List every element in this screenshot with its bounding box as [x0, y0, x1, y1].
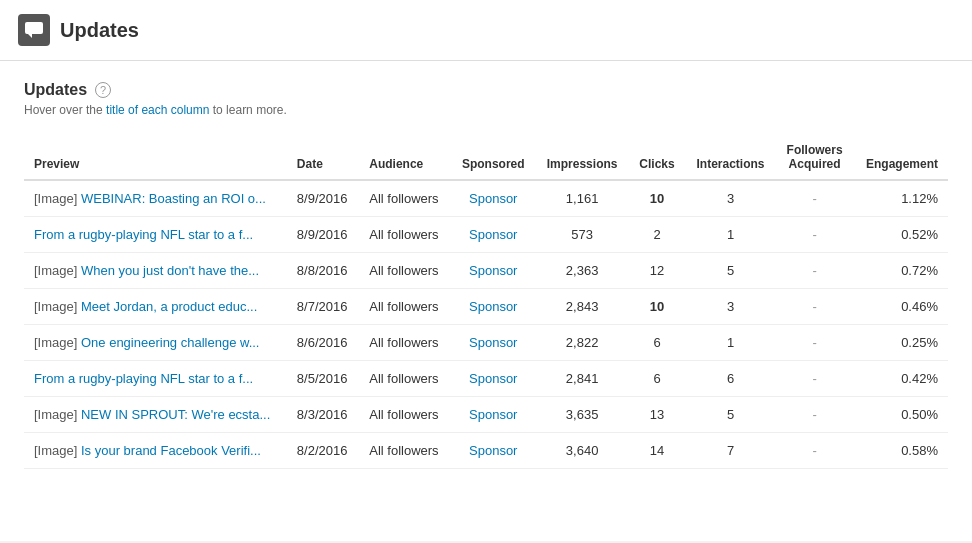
cell-date: 8/2/2016	[287, 433, 359, 469]
cell-sponsored: Sponsor	[451, 253, 536, 289]
cell-interactions: 3	[685, 180, 775, 217]
cell-audience: All followers	[359, 253, 451, 289]
cell-date: 8/7/2016	[287, 289, 359, 325]
cell-date: 8/8/2016	[287, 253, 359, 289]
table-row: [Image] When you just don't have the...8…	[24, 253, 948, 289]
cell-preview: [Image] One engineering challenge w...	[24, 325, 287, 361]
section-title: Updates	[24, 81, 87, 99]
sponsor-link[interactable]: Sponsor	[469, 335, 517, 350]
main-content: Updates ? Hover over the title of each c…	[0, 61, 972, 541]
updates-icon	[18, 14, 50, 46]
preview-link[interactable]: When you just don't have the...	[81, 263, 259, 278]
col-interactions: Interactions	[685, 135, 775, 180]
cell-date: 8/6/2016	[287, 325, 359, 361]
table-body: [Image] WEBINAR: Boasting an ROI o...8/9…	[24, 180, 948, 469]
cell-clicks: 2	[629, 217, 686, 253]
cell-clicks: 10	[629, 289, 686, 325]
cell-interactions: 7	[685, 433, 775, 469]
cell-interactions: 1	[685, 217, 775, 253]
preview-link[interactable]: From a rugby-playing NFL star to a f...	[34, 227, 253, 242]
cell-interactions: 5	[685, 253, 775, 289]
col-clicks: Clicks	[629, 135, 686, 180]
col-sponsored: Sponsored	[451, 135, 536, 180]
cell-impressions: 3,635	[536, 397, 629, 433]
table-row: [Image] NEW IN SPROUT: We're ecsta...8/3…	[24, 397, 948, 433]
cell-audience: All followers	[359, 325, 451, 361]
col-followers-acquired: FollowersAcquired	[776, 135, 854, 180]
preview-link[interactable]: From a rugby-playing NFL star to a f...	[34, 371, 253, 386]
top-bar: Updates	[0, 0, 972, 61]
col-date: Date	[287, 135, 359, 180]
table-row: From a rugby-playing NFL star to a f...8…	[24, 217, 948, 253]
section-header: Updates ?	[24, 81, 948, 99]
cell-sponsored: Sponsor	[451, 361, 536, 397]
top-bar-title: Updates	[60, 19, 139, 42]
cell-sponsored: Sponsor	[451, 180, 536, 217]
cell-audience: All followers	[359, 180, 451, 217]
cell-sponsored: Sponsor	[451, 397, 536, 433]
cell-engagement: 0.72%	[854, 253, 948, 289]
cell-followers-acquired: -	[776, 217, 854, 253]
cell-followers-acquired: -	[776, 361, 854, 397]
sponsor-link[interactable]: Sponsor	[469, 407, 517, 422]
table-row: [Image] Is your brand Facebook Verifi...…	[24, 433, 948, 469]
cell-impressions: 1,161	[536, 180, 629, 217]
col-preview: Preview	[24, 135, 287, 180]
table-header: Preview Date Audience Sponsored Impressi…	[24, 135, 948, 180]
cell-preview: [Image] Meet Jordan, a product educ...	[24, 289, 287, 325]
preview-link[interactable]: Meet Jordan, a product educ...	[81, 299, 257, 314]
cell-preview: From a rugby-playing NFL star to a f...	[24, 217, 287, 253]
cell-preview: [Image] Is your brand Facebook Verifi...	[24, 433, 287, 469]
preview-prefix: [Image]	[34, 191, 81, 206]
cell-engagement: 0.42%	[854, 361, 948, 397]
preview-link[interactable]: WEBINAR: Boasting an ROI o...	[81, 191, 266, 206]
cell-interactions: 5	[685, 397, 775, 433]
table-row: [Image] One engineering challenge w...8/…	[24, 325, 948, 361]
preview-link[interactable]: NEW IN SPROUT: We're ecsta...	[81, 407, 270, 422]
help-icon[interactable]: ?	[95, 82, 111, 98]
sponsor-link[interactable]: Sponsor	[469, 299, 517, 314]
svg-rect-0	[25, 22, 43, 34]
table-row: [Image] WEBINAR: Boasting an ROI o...8/9…	[24, 180, 948, 217]
cell-impressions: 2,843	[536, 289, 629, 325]
cell-impressions: 2,363	[536, 253, 629, 289]
preview-prefix: [Image]	[34, 407, 81, 422]
cell-sponsored: Sponsor	[451, 433, 536, 469]
cell-impressions: 3,640	[536, 433, 629, 469]
updates-table: Preview Date Audience Sponsored Impressi…	[24, 135, 948, 469]
cell-sponsored: Sponsor	[451, 289, 536, 325]
cell-interactions: 1	[685, 325, 775, 361]
sponsor-link[interactable]: Sponsor	[469, 263, 517, 278]
cell-impressions: 2,841	[536, 361, 629, 397]
cell-clicks: 13	[629, 397, 686, 433]
cell-engagement: 0.52%	[854, 217, 948, 253]
cell-engagement: 0.50%	[854, 397, 948, 433]
cell-clicks: 10	[629, 180, 686, 217]
sponsor-link[interactable]: Sponsor	[469, 227, 517, 242]
cell-clicks: 14	[629, 433, 686, 469]
sponsor-link[interactable]: Sponsor	[469, 371, 517, 386]
cell-impressions: 2,822	[536, 325, 629, 361]
sponsor-link[interactable]: Sponsor	[469, 443, 517, 458]
preview-prefix: [Image]	[34, 443, 81, 458]
col-engagement: Engagement	[854, 135, 948, 180]
svg-marker-1	[28, 34, 32, 38]
cell-date: 8/9/2016	[287, 180, 359, 217]
cell-date: 8/5/2016	[287, 361, 359, 397]
sponsor-link[interactable]: Sponsor	[469, 191, 517, 206]
cell-preview: [Image] When you just don't have the...	[24, 253, 287, 289]
cell-preview: [Image] NEW IN SPROUT: We're ecsta...	[24, 397, 287, 433]
preview-link[interactable]: Is your brand Facebook Verifi...	[81, 443, 261, 458]
cell-preview: [Image] WEBINAR: Boasting an ROI o...	[24, 180, 287, 217]
col-impressions: Impressions	[536, 135, 629, 180]
cell-followers-acquired: -	[776, 325, 854, 361]
cell-sponsored: Sponsor	[451, 325, 536, 361]
cell-audience: All followers	[359, 433, 451, 469]
cell-date: 8/9/2016	[287, 217, 359, 253]
table-row: [Image] Meet Jordan, a product educ...8/…	[24, 289, 948, 325]
cell-engagement: 1.12%	[854, 180, 948, 217]
subtitle-link[interactable]: title of each column	[106, 103, 209, 117]
preview-link[interactable]: One engineering challenge w...	[81, 335, 260, 350]
cell-preview: From a rugby-playing NFL star to a f...	[24, 361, 287, 397]
cell-engagement: 0.58%	[854, 433, 948, 469]
